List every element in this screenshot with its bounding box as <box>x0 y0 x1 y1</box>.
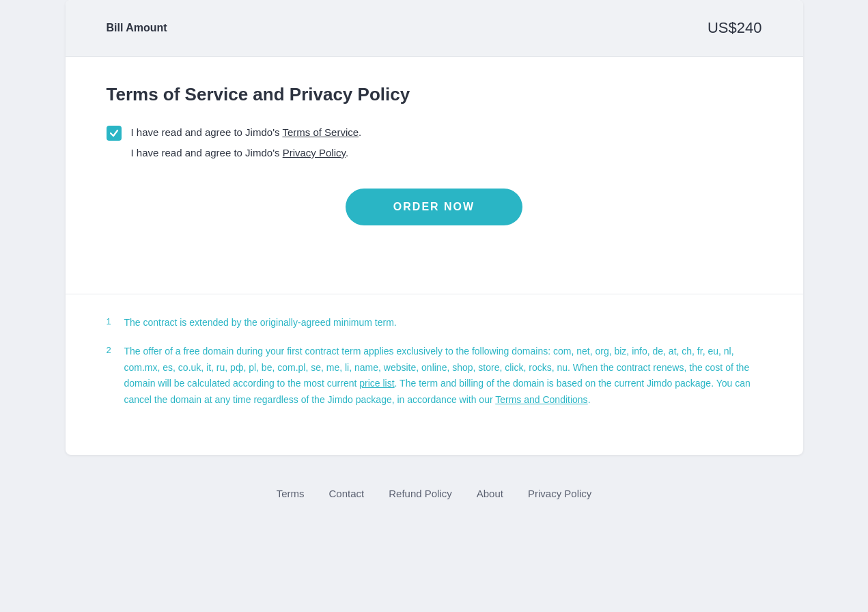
footnote-2-text: The offer of a free domain during your f… <box>124 344 762 408</box>
tos-checkbox[interactable] <box>107 126 122 141</box>
order-now-button[interactable]: ORDER NOW <box>346 189 522 225</box>
order-btn-row: ORDER NOW <box>107 161 762 260</box>
terms-of-service-link[interactable]: Terms of Service <box>282 126 359 138</box>
tos-text-block: I have read and agree to Jimdo's Terms o… <box>131 124 362 161</box>
footnote-1-num: 1 <box>107 315 116 326</box>
footnote-1-text: The contract is extended by the original… <box>124 315 397 331</box>
main-card: Bill Amount US$240 Terms of Service and … <box>66 0 803 455</box>
tos-line-1: I have read and agree to Jimdo's Terms o… <box>131 124 362 141</box>
tos-line1-prefix: I have read and agree to Jimdo's <box>131 126 283 138</box>
footer: Terms Contact Refund Policy About Privac… <box>277 474 592 513</box>
tos-line2-prefix: I have read and agree to Jimdo's <box>131 147 283 158</box>
footer-link-refund-policy[interactable]: Refund Policy <box>389 488 452 499</box>
page-wrapper: Bill Amount US$240 Terms of Service and … <box>0 0 868 554</box>
tos-title: Terms of Service and Privacy Policy <box>107 84 762 105</box>
footnote-2-text-end: . <box>588 394 591 405</box>
tos-line2-suffix: . <box>346 147 348 158</box>
tos-line-2: I have read and agree to Jimdo's Privacy… <box>131 145 362 161</box>
price-list-link[interactable]: price list <box>359 378 394 389</box>
footnote-1: 1 The contract is extended by the origin… <box>107 315 762 331</box>
terms-conditions-link[interactable]: Terms and Conditions <box>495 394 587 405</box>
bill-label: Bill Amount <box>107 22 167 34</box>
checkmark-icon <box>109 128 119 138</box>
tos-agree-block: I have read and agree to Jimdo's Terms o… <box>107 124 762 161</box>
footer-link-privacy-policy[interactable]: Privacy Policy <box>528 488 591 499</box>
footer-link-terms[interactable]: Terms <box>277 488 305 499</box>
tos-line1-suffix: . <box>359 126 361 138</box>
footnotes-section: 1 The contract is extended by the origin… <box>66 294 803 455</box>
footer-link-about[interactable]: About <box>477 488 503 499</box>
footnote-2-num: 2 <box>107 344 116 355</box>
footer-link-contact[interactable]: Contact <box>329 488 365 499</box>
privacy-policy-link[interactable]: Privacy Policy <box>283 147 346 158</box>
footnote-2: 2 The offer of a free domain during your… <box>107 344 762 408</box>
bill-value: US$240 <box>708 19 762 37</box>
bill-amount-row: Bill Amount US$240 <box>66 0 803 57</box>
tos-section: Terms of Service and Privacy Policy I ha… <box>66 57 803 294</box>
